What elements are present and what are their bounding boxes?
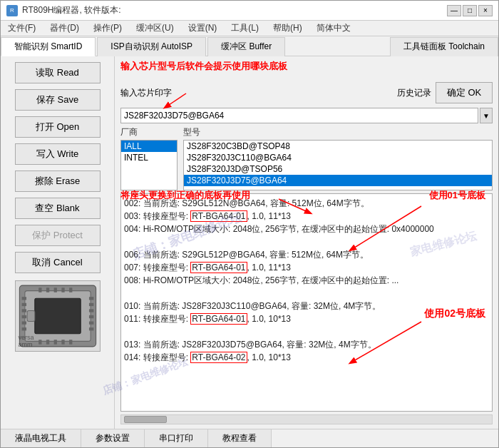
vendor-column: 厂商 IALL INTEL: [120, 126, 178, 190]
vendor-item-iall[interactable]: IALL: [121, 141, 177, 152]
log-line-8: 010: 当前所选: JS28F320J3C110@BGA64, 容量: 32M…: [124, 300, 489, 312]
save-button[interactable]: 保存 Save: [15, 89, 101, 111]
tab-autoisp[interactable]: ISP自动识别 AutoISP: [97, 37, 206, 56]
read-button[interactable]: 读取 Read: [15, 62, 101, 83]
log-line-12: 014: 转接座型号: RT-BGA64-02, 1.0, 10*13: [124, 351, 489, 364]
log-line-6: 008: Hi-ROM/OTP区域大小: 2048位, 256字节, 在缓冲区中…: [124, 274, 489, 287]
log-line-2: 004: Hi-ROM/OTP区域大小: 2048位, 256字节, 在缓冲区中…: [124, 223, 489, 235]
svg-rect-8: [21, 327, 26, 330]
tab-smartid[interactable]: 智能识别 SmartID: [1, 37, 96, 56]
bottom-tabs: 液晶电视工具 参数设置 串口打印 教程查看: [1, 429, 498, 447]
highlight-bga64-01-b: RT-BGA64-01: [190, 262, 247, 273]
svg-rect-19: [69, 287, 72, 292]
log-area: 002: 当前所选: S29GL512N@BGA64, 容量: 512M位, 6…: [120, 193, 493, 412]
svg-rect-2: [34, 298, 80, 333]
model-item-2[interactable]: JS28F320J3D@TSOP56: [184, 163, 492, 175]
menu-language[interactable]: 简体中文: [312, 21, 355, 35]
menu-settings[interactable]: 设置(N): [184, 21, 222, 35]
svg-rect-10: [88, 303, 93, 306]
tabs-row: 智能识别 SmartID ISP自动识别 AutoISP 缓冲区 Buffer …: [1, 36, 498, 56]
svg-rect-6: [21, 315, 26, 318]
svg-rect-23: [61, 340, 64, 344]
svg-rect-3: [21, 297, 26, 300]
app-icon: R: [6, 5, 18, 16]
svg-rect-12: [88, 315, 93, 318]
svg-rect-7: [21, 322, 26, 325]
minimize-button[interactable]: —: [447, 5, 461, 16]
bottom-tab-params[interactable]: 参数设置: [81, 429, 145, 447]
title-bar-left: R RT809H编程器, 软件版本:: [6, 4, 120, 16]
horizontal-scrollbar[interactable]: [120, 414, 493, 424]
svg-rect-17: [53, 287, 56, 292]
log-line-10: [124, 325, 489, 338]
svg-rect-13: [88, 322, 93, 325]
highlight-bga64-01-c: RT-BGA64-01: [190, 313, 247, 325]
vendor-list[interactable]: IALL INTEL: [120, 140, 178, 190]
svg-rect-5: [21, 309, 26, 312]
left-panel: 读取 Read 保存 Save 打开 Open 写入 Write 擦除 Eras…: [1, 56, 115, 429]
window-title: RT809H编程器, 软件版本:: [22, 4, 120, 16]
model-list[interactable]: JS28F320C3BD@TSOP48 JS28F320J3C110@BGA64…: [183, 140, 493, 190]
svg-rect-22: [53, 340, 56, 344]
svg-rect-14: [88, 327, 93, 330]
menu-device[interactable]: 器件(D): [46, 21, 83, 35]
menu-buffer[interactable]: 缓冲区(U): [132, 21, 178, 35]
scrollbar-thumb[interactable]: [124, 416, 167, 423]
svg-rect-11: [88, 309, 93, 312]
bottom-tab-lcd[interactable]: 液晶电视工具: [1, 429, 81, 447]
menu-file[interactable]: 文件(F): [4, 21, 40, 35]
log-line-7: [124, 287, 489, 300]
history-label: 历史记录: [397, 87, 431, 99]
menubar: 文件(F) 器件(D) 操作(P) 缓冲区(U) 设置(N) 工具(L) 帮助(…: [1, 21, 498, 36]
svg-rect-25: [27, 310, 35, 321]
bottom-tab-tutorial[interactable]: 教程查看: [208, 429, 272, 447]
vendor-label: 厂商: [120, 126, 178, 138]
highlight-bga64-02: RT-BGA64-02: [190, 352, 247, 363]
svg-rect-15: [38, 287, 41, 292]
title-bar: R RT809H编程器, 软件版本: — □ ×: [1, 1, 498, 21]
protect-button[interactable]: 保护 Protect: [15, 225, 101, 246]
window-controls: — □ ×: [447, 5, 493, 16]
vendor-model-row: 厂商 IALL INTEL 型号 JS28F320C3BD@TSOP48 JS2…: [120, 126, 493, 190]
tab-toolchain[interactable]: 工具链面板 Toolchain: [390, 37, 498, 56]
chip-input[interactable]: [120, 108, 478, 123]
cancel-button[interactable]: 取消 Cancel: [15, 252, 101, 273]
device-image: versaamm: [15, 280, 101, 352]
log-line-9: 011: 转接座型号: RT-BGA64-01, 1.0, 10*13: [124, 312, 489, 325]
close-button[interactable]: ×: [478, 5, 493, 16]
svg-rect-9: [88, 297, 93, 300]
main-content: 输入芯片型号后软件会提示使用哪块底板 将座头更换到正确的底板再使用 使用01号底…: [1, 56, 498, 429]
model-column: 型号 JS28F320C3BD@TSOP48 JS28F320J3C110@BG…: [183, 126, 493, 190]
model-item-1[interactable]: JS28F320J3C110@BGA64: [184, 152, 492, 163]
menu-help[interactable]: 帮助(H): [269, 21, 307, 35]
log-line-4: 006: 当前所选: S29GL512P@BGA64, 容量: 512M位, 6…: [124, 248, 489, 261]
model-item-3[interactable]: JS28F320J3D75@BGA64: [184, 175, 492, 186]
menu-tools[interactable]: 工具(L): [227, 21, 263, 35]
chip-input-section: 输入芯片印字 历史记录 确定 OK: [120, 82, 493, 103]
tab-buffer[interactable]: 缓冲区 Buffer: [207, 37, 285, 56]
svg-rect-18: [61, 287, 64, 292]
blank-button[interactable]: 查空 Blank: [15, 198, 101, 219]
menu-operation[interactable]: 操作(P): [89, 21, 126, 35]
erase-button[interactable]: 擦除 Erase: [15, 170, 101, 192]
chip-input-label: 输入芯片印字: [120, 87, 172, 99]
chip-combo-row: ▼: [120, 108, 493, 123]
bottom-tab-serial[interactable]: 串口打印: [145, 429, 208, 447]
log-line-1: 003: 转接座型号: RT-BGA64-01, 1.0, 11*13: [124, 210, 489, 223]
write-button[interactable]: 写入 Write: [15, 143, 101, 165]
svg-rect-4: [21, 303, 26, 306]
log-line-11: 013: 当前所选: JS28F320J3D75@BGA64, 容量: 32M位…: [124, 338, 489, 351]
right-panel: 输入芯片印字 历史记录 确定 OK ▼ 厂商 IALL INTEL: [115, 56, 498, 429]
svg-rect-20: [38, 340, 41, 344]
restore-button[interactable]: □: [463, 5, 477, 16]
open-button[interactable]: 打开 Open: [15, 116, 101, 138]
vendor-item-intel[interactable]: INTEL: [121, 152, 177, 163]
svg-rect-21: [46, 340, 48, 344]
svg-rect-24: [69, 340, 72, 344]
svg-rect-16: [46, 287, 48, 292]
chip-combo-arrow[interactable]: ▼: [480, 108, 493, 123]
ok-button[interactable]: 确定 OK: [436, 82, 493, 103]
highlight-bga64-01-a: RT-BGA64-01: [190, 210, 247, 222]
model-item-0[interactable]: JS28F320C3BD@TSOP48: [184, 141, 492, 152]
model-label: 型号: [183, 126, 493, 138]
